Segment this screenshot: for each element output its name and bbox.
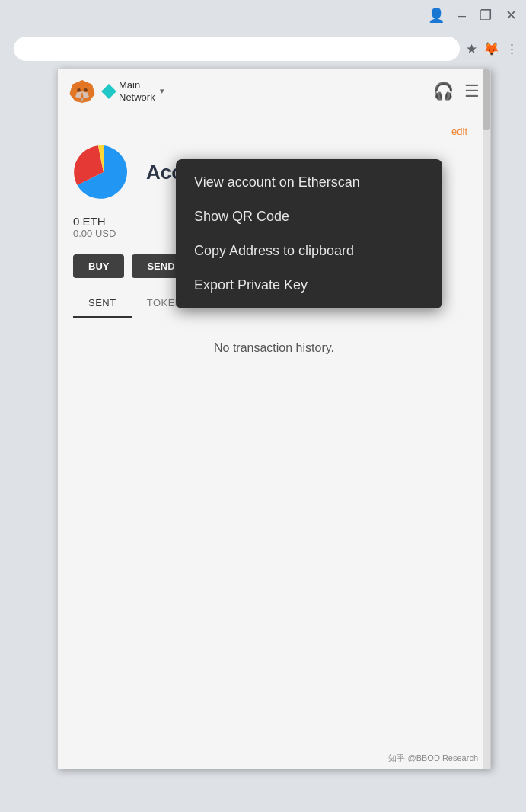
address-input[interactable] [14,37,460,61]
minimize-button[interactable]: – [458,8,466,24]
network-label: Main Network [119,79,155,103]
bookmark-icon[interactable]: ★ [466,41,477,57]
metamask-popup: Main Network ▾ 🎧 ☰ edit [57,69,491,769]
chrome-menu-icon[interactable]: ⋮ [505,41,518,57]
title-bar: 👤 – ❐ ✕ [0,0,526,30]
address-bar: ★ 🦊 ⋮ [0,30,526,67]
edit-link[interactable]: edit [73,126,475,137]
tab-sent[interactable]: SENT [73,289,132,318]
export-private-key-item[interactable]: Export Private Key [176,268,442,302]
copy-address-item[interactable]: Copy Address to clipboard [176,234,442,268]
eth-symbol: ETH [83,215,106,228]
svg-point-7 [84,88,88,91]
header-right-icons: 🎧 ☰ [433,82,480,101]
show-qr-code-item[interactable]: Show QR Code [176,200,442,234]
account-area: edit Account 1 ••• View accoun [58,113,490,203]
transaction-area: No transaction history. [58,318,490,378]
network-label-line1: Main [119,79,155,91]
right-toolbar-icons: ★ 🦊 ⋮ [466,41,518,57]
network-selector[interactable]: Main Network ▾ [104,79,164,103]
network-label-line2: Network [119,91,155,104]
close-button[interactable]: ✕ [505,7,517,24]
buy-button[interactable]: BUY [73,254,124,278]
watermark-text: 知乎 @BBOD Research [388,753,478,762]
chrome-frame: 👤 – ❐ ✕ ★ 🦊 ⋮ [0,0,526,812]
watermark: 知乎 @BBOD Research [388,753,478,764]
no-transaction-message: No transaction history. [73,341,475,355]
view-on-etherscan-item[interactable]: View account on Etherscan [176,165,442,200]
eth-amount: 0 [73,215,79,228]
popup-header: Main Network ▾ 🎧 ☰ [58,69,490,113]
account-dropdown-menu: View account on Etherscan Show QR Code C… [176,159,442,308]
account-avatar [73,142,134,203]
usd-amount: 0.00 [73,228,92,239]
support-icon[interactable]: 🎧 [433,82,454,101]
network-diamond-icon [101,84,116,99]
usd-symbol: USD [95,228,116,239]
title-bar-controls: 👤 – ❐ ✕ [428,7,517,24]
user-icon: 👤 [428,7,445,24]
maximize-button[interactable]: ❐ [480,7,492,24]
network-chevron-icon: ▾ [160,86,164,96]
hamburger-menu-icon[interactable]: ☰ [464,82,480,101]
extension-icon[interactable]: 🦊 [483,41,499,57]
metamask-fox-logo [69,78,96,105]
svg-point-6 [77,88,81,91]
